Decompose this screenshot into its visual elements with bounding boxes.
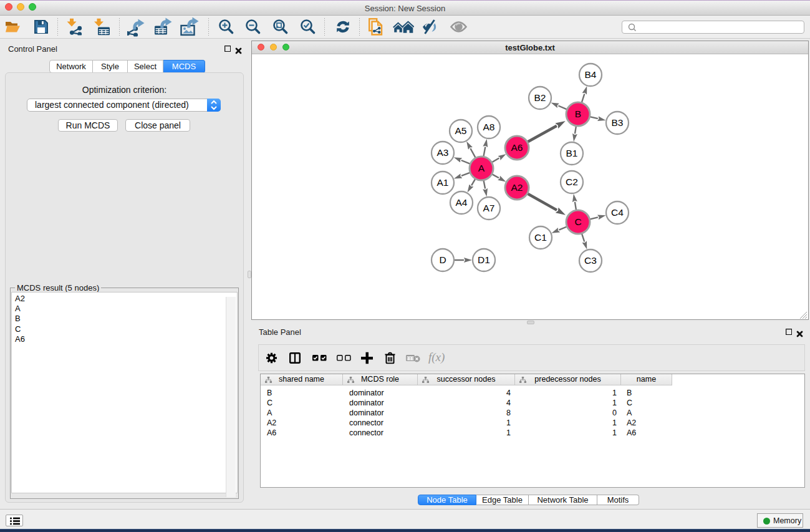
svg-text:A: A <box>478 163 485 173</box>
svg-text:A7: A7 <box>483 203 495 213</box>
svg-text:C3: C3 <box>584 255 597 266</box>
svg-text:A2: A2 <box>511 182 523 193</box>
svg-text:C2: C2 <box>566 177 578 187</box>
svg-text:B1: B1 <box>566 148 578 158</box>
svg-text:A1: A1 <box>437 177 449 188</box>
svg-text:C1: C1 <box>534 232 547 243</box>
svg-text:A3: A3 <box>437 147 449 158</box>
svg-text:C: C <box>574 216 581 227</box>
svg-text:D: D <box>439 254 446 265</box>
svg-text:A5: A5 <box>455 125 467 136</box>
svg-text:B: B <box>575 109 581 119</box>
svg-text:A4: A4 <box>456 197 468 208</box>
svg-text:B2: B2 <box>534 92 546 103</box>
svg-text:A6: A6 <box>511 142 523 153</box>
svg-text:B3: B3 <box>612 117 624 128</box>
svg-text:C4: C4 <box>611 207 624 218</box>
svg-text:A8: A8 <box>483 122 495 132</box>
svg-text:D1: D1 <box>478 254 490 265</box>
svg-text:B4: B4 <box>585 69 597 80</box>
